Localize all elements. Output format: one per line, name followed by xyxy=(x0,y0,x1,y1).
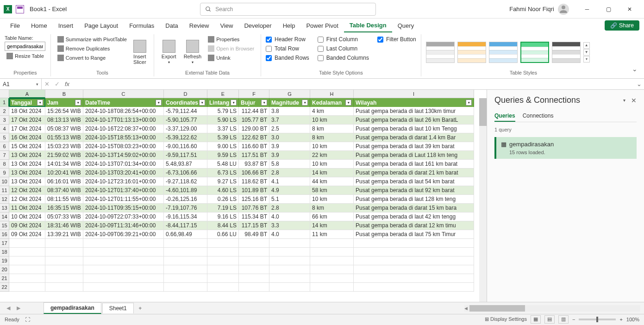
cell[interactable]: Pusat gempa berada di darat 1.4 km Bar xyxy=(354,133,474,142)
row-header-16[interactable]: 16 xyxy=(0,230,9,239)
cell[interactable] xyxy=(239,283,269,292)
cell[interactable]: -9.16,115.34 xyxy=(164,212,207,221)
sheet-tab-1[interactable]: gempadirasakan xyxy=(44,302,101,314)
row-header-7[interactable]: 7 xyxy=(0,151,9,160)
cell[interactable] xyxy=(354,283,474,292)
col-header-B[interactable]: B xyxy=(45,90,83,98)
cell[interactable]: 10 km xyxy=(310,195,354,204)
cell[interactable] xyxy=(354,265,474,274)
cell[interactable] xyxy=(310,274,354,283)
cell[interactable]: 05:07:33 WIB xyxy=(45,212,83,221)
cell[interactable]: 117.51 BT xyxy=(239,151,269,160)
share-button[interactable]: 🔗 Share xyxy=(605,20,639,31)
cell[interactable]: 10 Okt 2024 xyxy=(9,212,45,221)
cell[interactable]: 13:39:21 WIB xyxy=(45,230,83,239)
cell[interactable]: 125.16 BT xyxy=(239,195,269,204)
cell[interactable]: 2024-10-12T01:11:55+00:00 xyxy=(83,195,164,204)
cell[interactable] xyxy=(83,256,164,265)
page-layout-view[interactable]: ▤ xyxy=(544,315,555,324)
row-header-14[interactable]: 14 xyxy=(0,212,9,221)
cell[interactable]: 16:35:15 WIB xyxy=(45,204,83,212)
cell[interactable] xyxy=(310,239,354,248)
cell[interactable]: Pusat gempa berada di laut 161 km barat xyxy=(354,160,474,169)
styles-up[interactable]: ▲ xyxy=(583,42,590,49)
cell[interactable] xyxy=(207,248,239,256)
cell[interactable]: 0.66 LU xyxy=(207,230,239,239)
tab-data[interactable]: Data xyxy=(160,19,183,32)
filter-icon[interactable]: ▾ xyxy=(156,100,162,106)
cell[interactable] xyxy=(269,248,310,256)
cell[interactable] xyxy=(269,265,310,274)
cell[interactable]: 2.8 xyxy=(269,169,310,177)
row-header-21[interactable]: 21 xyxy=(0,274,9,283)
cell[interactable]: 5.48 LU xyxy=(207,160,239,169)
panel-menu[interactable]: ▾ xyxy=(623,98,625,103)
cell[interactable]: 2024-10-15T18:55:13+00:00 xyxy=(83,133,164,142)
queries-tab[interactable]: Queries xyxy=(494,111,515,122)
banded-rows-check[interactable]: Banded Rows xyxy=(266,54,309,62)
accessibility-icon[interactable]: ⛶ xyxy=(25,317,30,322)
normal-view[interactable]: ▦ xyxy=(531,315,541,324)
cell[interactable] xyxy=(83,248,164,256)
cell[interactable] xyxy=(9,283,45,292)
page-break-view[interactable]: ▥ xyxy=(558,315,569,324)
col-header-H[interactable]: H xyxy=(310,90,354,98)
tab-developer[interactable]: Developer xyxy=(238,19,277,32)
row-header-4[interactable]: 4 xyxy=(0,125,9,133)
cell[interactable]: 4.1 xyxy=(269,177,310,186)
cell[interactable]: 9.16 LS xyxy=(207,212,239,221)
cell[interactable]: 09 Okt 2024 xyxy=(9,230,45,239)
filter-icon[interactable]: ▾ xyxy=(75,100,81,106)
cell[interactable] xyxy=(164,248,207,256)
cell[interactable]: 2024-10-18T08:26:54+00:00 xyxy=(83,107,164,116)
cell[interactable]: Pusat gempa berada di laut 26 km BaratL xyxy=(354,116,474,125)
panel-close[interactable]: ✕ xyxy=(631,97,637,104)
cell[interactable] xyxy=(354,239,474,248)
select-all[interactable] xyxy=(0,90,9,98)
cell[interactable]: 11 Okt 2024 xyxy=(9,204,45,212)
tab-query[interactable]: Query xyxy=(392,19,419,32)
table-header-datetime[interactable]: DateTime▾ xyxy=(83,98,164,107)
cell[interactable]: Pusat gempa berada di darat 15 km bara xyxy=(354,204,474,212)
row-header-5[interactable]: 5 xyxy=(0,133,9,142)
filter-button-check[interactable]: Filter Button xyxy=(377,35,416,44)
cell[interactable]: 08:13:13 WIB xyxy=(45,116,83,125)
cell[interactable] xyxy=(45,265,83,274)
cell[interactable]: -0.26,125.16 xyxy=(164,195,207,204)
cell[interactable]: 4.0 xyxy=(269,230,310,239)
cell[interactable] xyxy=(83,283,164,292)
cell[interactable]: 06:16:01 WIB xyxy=(45,177,83,186)
cell[interactable]: 98.49 BT xyxy=(239,230,269,239)
cell[interactable]: 7.19 LS xyxy=(207,204,239,212)
cell[interactable] xyxy=(164,283,207,292)
table-style-1[interactable] xyxy=(426,42,455,63)
display-settings[interactable]: ⊞ Display Settings xyxy=(485,316,527,322)
cell[interactable] xyxy=(164,265,207,274)
cell[interactable]: 05:08:37 WIB xyxy=(45,125,83,133)
table-name-input[interactable] xyxy=(5,42,45,51)
cell[interactable]: 22 km xyxy=(310,151,354,160)
cell[interactable]: 3.7 xyxy=(269,116,310,125)
cell[interactable]: 3.8 xyxy=(269,107,310,116)
name-box[interactable]: A1▾ xyxy=(0,79,42,89)
maximize-button[interactable]: ▢ xyxy=(598,0,619,19)
cell[interactable]: 115.34 BT xyxy=(239,212,269,221)
last-column-check[interactable]: Last Column xyxy=(318,44,369,53)
cell[interactable]: Pusat gempa berada di darat 21 km barat xyxy=(354,169,474,177)
cell[interactable]: -9.59,117.51 xyxy=(164,151,207,160)
cell[interactable]: 8 km xyxy=(310,125,354,133)
cell[interactable]: Pusat gempa berada di darat 12 km timu xyxy=(354,221,474,230)
formula-expand[interactable]: ⌄ xyxy=(634,81,644,88)
cell[interactable]: Pusat gempa berada di laut 128 km teng xyxy=(354,195,474,204)
cell[interactable]: 08:11:55 WIB xyxy=(45,195,83,204)
cell[interactable]: 2024-10-15T08:03:23+00:00 xyxy=(83,142,164,151)
cell[interactable]: 13 Okt 2024 xyxy=(9,160,45,169)
cell[interactable]: 16 Okt 2024 xyxy=(9,133,45,142)
cell[interactable]: 3.9 xyxy=(269,151,310,160)
cell[interactable]: 5.39 LS xyxy=(207,133,239,142)
cell[interactable]: 09 Okt 2024 xyxy=(9,221,45,230)
table-header-magnitude[interactable]: Magnitude▾ xyxy=(269,98,310,107)
vertical-scrollbar[interactable] xyxy=(479,98,487,302)
cell[interactable]: 12 Okt 2024 xyxy=(9,186,45,195)
cell[interactable]: 12 Okt 2024 xyxy=(9,195,45,204)
